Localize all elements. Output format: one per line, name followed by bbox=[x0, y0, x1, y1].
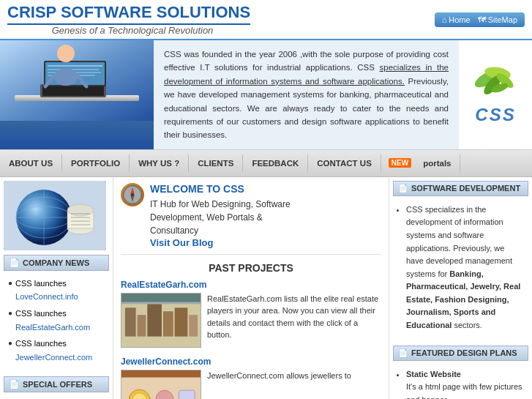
welcome-box: WELCOME TO CSS IT Hub for Web Designing,… bbox=[121, 183, 381, 255]
banner-image-content bbox=[0, 40, 154, 149]
main-content: 📄 COMPANY NEWS ● CSS launches LoveConnec… bbox=[0, 177, 532, 399]
svg-point-11 bbox=[54, 68, 78, 86]
banner-illustration bbox=[0, 40, 154, 121]
software-dev-label: SOFTWARE DEVELOPMENT bbox=[411, 184, 520, 193]
home-icon: ⌂ bbox=[442, 15, 447, 24]
special-offers-header: 📄 SPECIAL OFFERS bbox=[4, 376, 109, 392]
new-badge: NEW bbox=[389, 158, 411, 168]
bullet-3: ● bbox=[8, 337, 12, 349]
svg-rect-47 bbox=[121, 370, 201, 377]
nav-contact-us[interactable]: CONTACT US bbox=[308, 154, 381, 172]
globe-image bbox=[4, 181, 106, 250]
left-sidebar: 📄 COMPANY NEWS ● CSS launches LoveConnec… bbox=[0, 177, 113, 399]
news-item-2: ● CSS launches RealEstateGarh.com bbox=[8, 307, 105, 334]
project-2-screenshot bbox=[121, 370, 201, 399]
logo-area: CRISP SOFTWARE SOLUTIONS Genesis of a Te… bbox=[7, 3, 250, 36]
welcome-highlight: CSS bbox=[223, 183, 244, 195]
nav-why-us[interactable]: WHY US ? bbox=[130, 154, 189, 172]
home-label: Home bbox=[449, 15, 470, 24]
project-1-content: RealEstateGarh.com lists all the elite r… bbox=[121, 293, 381, 348]
project-item-1: RealEstateGarh.com bbox=[121, 280, 381, 348]
nav-clients[interactable]: CLIENTS bbox=[189, 154, 243, 172]
bullet-1: ● bbox=[8, 277, 12, 289]
svg-rect-41 bbox=[147, 304, 162, 336]
software-dev-section: 📄 SOFTWARE DEVELOPMENT CSS specializes i… bbox=[393, 181, 528, 338]
news-link-2[interactable]: RealEstateGarh.com bbox=[15, 323, 90, 332]
special-offers-content: ● Save upto 20% with our Combo Super Sav… bbox=[4, 395, 109, 399]
software-dev-item: CSS specializes in the development of in… bbox=[406, 204, 524, 332]
project-2-content: JewellerConnect.com allows jewellers to bbox=[121, 370, 381, 399]
svg-point-10 bbox=[57, 45, 75, 62]
svg-rect-51 bbox=[179, 390, 195, 399]
project-2-link[interactable]: JewellerConnect.com bbox=[121, 357, 381, 367]
featured-item-1: Static Website It's a html page with few… bbox=[406, 368, 524, 399]
logo: CRISP SOFTWARE SOLUTIONS bbox=[7, 3, 250, 25]
right-sidebar: 📄 SOFTWARE DEVELOPMENT CSS specializes i… bbox=[389, 177, 532, 399]
svg-rect-43 bbox=[175, 307, 188, 336]
svg-rect-45 bbox=[121, 293, 201, 304]
svg-point-27 bbox=[67, 204, 94, 216]
nav-about-us[interactable]: ABOUT US bbox=[0, 154, 62, 172]
special-offers-label: SPECIAL OFFERS bbox=[23, 380, 92, 389]
welcome-text-area: WELCOME TO CSS IT Hub for Web Designing,… bbox=[150, 183, 291, 248]
banner-description: CSS was founded in the year 2006 ,with t… bbox=[164, 50, 449, 139]
svg-rect-40 bbox=[138, 315, 146, 336]
news-link-1[interactable]: LoveConnect.info bbox=[15, 292, 78, 301]
news-text-1: CSS launches LoveConnect.info bbox=[15, 277, 78, 304]
sitemap-icon: 🗺 bbox=[478, 15, 486, 24]
company-news-header: 📄 COMPANY NEWS bbox=[4, 255, 109, 271]
company-news-section: 📄 COMPANY NEWS ● CSS launches LoveConnec… bbox=[4, 255, 109, 370]
news-item-1: ● CSS launches LoveConnect.info bbox=[8, 277, 105, 304]
svg-rect-44 bbox=[189, 315, 198, 336]
compass-svg bbox=[122, 184, 143, 205]
project-1-description: RealEstateGarh.com lists all the elite r… bbox=[207, 293, 381, 341]
past-projects-section: PAST PROJECTS RealEstateGarh.com bbox=[121, 262, 381, 399]
svg-rect-39 bbox=[125, 307, 136, 336]
nav-portals-link[interactable]: portals bbox=[414, 154, 460, 172]
svg-rect-42 bbox=[163, 311, 173, 336]
banner-area: CSS was founded in the year 2006 ,with t… bbox=[0, 40, 532, 150]
css-logo-graphic bbox=[472, 64, 520, 105]
featured-design-header: 📄 FEATURED DESIGN PLANS bbox=[393, 346, 528, 361]
sitemap-label: SiteMap bbox=[488, 15, 517, 24]
banner-image bbox=[0, 40, 154, 149]
project-1-link[interactable]: RealEstateGarh.com bbox=[121, 280, 381, 290]
project-2-image bbox=[121, 370, 201, 399]
software-dev-header: 📄 SOFTWARE DEVELOPMENT bbox=[393, 181, 528, 196]
css-logo-area: CSS bbox=[459, 40, 532, 149]
news-item-3: ● CSS launches JewellerConnect.com bbox=[8, 337, 105, 364]
company-news-label: COMPANY NEWS bbox=[23, 258, 89, 267]
featured-icon: 📄 bbox=[398, 348, 408, 358]
welcome-compass-icon bbox=[121, 183, 144, 206]
center-content: WELCOME TO CSS IT Hub for Web Designing,… bbox=[113, 177, 389, 399]
project-2-description: JewellerConnect.com allows jewellers to bbox=[207, 370, 351, 382]
header: CRISP SOFTWARE SOLUTIONS Genesis of a Te… bbox=[0, 0, 532, 40]
news-link-3[interactable]: JewellerConnect.com bbox=[15, 353, 92, 362]
news-document-icon: 📄 bbox=[9, 258, 20, 268]
past-projects-title: PAST PROJECTS bbox=[121, 262, 381, 274]
nav-new-portals: NEW portals bbox=[381, 150, 465, 176]
welcome-title: WELCOME TO CSS bbox=[150, 183, 291, 195]
css-logo-text: CSS bbox=[475, 105, 515, 125]
svg-point-36 bbox=[131, 193, 134, 196]
visit-blog-link[interactable]: Visit Our Blog bbox=[150, 237, 213, 248]
news-text-2: CSS launches RealEstateGarh.com bbox=[15, 307, 90, 334]
featured-design-section: 📄 FEATURED DESIGN PLANS Static Website I… bbox=[393, 346, 528, 399]
bullet-2: ● bbox=[8, 307, 12, 319]
top-nav: ⌂ Home 🗺 SiteMap bbox=[435, 12, 525, 27]
banner-text: CSS was founded in the year 2006 ,with t… bbox=[154, 40, 459, 149]
globe-illustration bbox=[4, 181, 106, 250]
project-1-screenshot bbox=[121, 293, 201, 348]
nav-portfolio[interactable]: PORTFOLIO bbox=[62, 154, 130, 172]
main-nav: ABOUT US PORTFOLIO WHY US ? CLIENTS FEED… bbox=[0, 150, 532, 177]
nav-feedback[interactable]: FEEDBACK bbox=[243, 154, 308, 172]
featured-design-content: Static Website It's a html page with few… bbox=[393, 365, 528, 399]
featured-design-label: FEATURED DESIGN PLANS bbox=[411, 348, 517, 357]
offers-document-icon: 📄 bbox=[9, 379, 20, 389]
home-link[interactable]: ⌂ Home bbox=[442, 15, 471, 24]
special-offers-section: 📄 SPECIAL OFFERS ● Save upto 20% with ou… bbox=[4, 376, 109, 399]
software-dev-icon: 📄 bbox=[398, 184, 408, 193]
sitemap-link[interactable]: 🗺 SiteMap bbox=[478, 15, 517, 24]
news-text-3: CSS launches JewellerConnect.com bbox=[15, 337, 92, 364]
project-1-image bbox=[121, 293, 201, 348]
